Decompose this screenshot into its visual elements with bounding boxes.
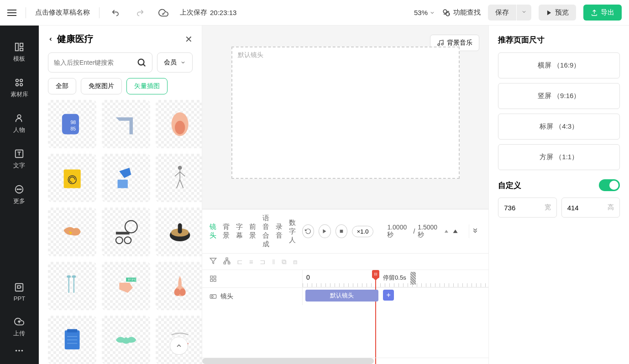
asset-item[interactable] [156,100,202,148]
sidebar-item-assets[interactable]: 素材库 [0,70,39,106]
zoom-in-icon[interactable] [452,229,459,234]
timeline-area: 镜头 背景 字幕 前景 语音合成 录音 数字人 ×1.0 1.0000 秒/1.… [202,209,488,364]
tl-stay-label: 停留0.5s [383,274,406,282]
save-dropdown[interactable] [517,5,531,21]
tl-scroll-thumb[interactable] [202,358,374,364]
svg-point-45 [67,275,71,278]
filter-tab-cutout[interactable]: 免抠图片 [81,78,122,94]
search-input-wrap[interactable] [48,52,152,73]
sidebar-item-label: 人物 [13,126,25,134]
filter-tab-all[interactable]: 全部 [48,78,76,94]
tl-ruler-zero: 0 [306,274,310,281]
rp-option-landscape[interactable]: 横屏 （16:9） [498,52,620,78]
sidebar-item-template[interactable]: 模板 [0,35,39,70]
asset-item[interactable] [102,316,150,364]
asset-search-row: 会员 [39,52,202,78]
svg-point-0 [443,10,447,13]
svg-point-74 [211,296,213,297]
save-button[interactable]: 保存 [488,5,516,21]
draft-name[interactable]: 点击修改草稿名称 [35,8,90,17]
svg-point-20 [138,59,144,65]
svg-marker-62 [210,258,216,264]
tl-scrollbar[interactable] [202,358,488,364]
zoom-out-icon[interactable] [444,229,449,234]
tl-tab-fg[interactable]: 前景 [249,223,256,240]
member-dropdown[interactable]: 会员 [157,52,193,73]
tl-collapse-button[interactable] [469,224,481,238]
tl-play-button[interactable] [319,224,330,238]
tl-stop-button[interactable] [335,224,347,238]
rp-option-portrait[interactable]: 竖屏 （9:16） [498,83,620,109]
zoom-dropdown[interactable]: 53% [414,9,435,16]
tl-add-clip-button[interactable]: + [383,290,394,301]
tl-ticks [303,283,488,287]
tl-track-content[interactable]: 默认镜头 + [303,288,488,305]
tl-tool-filter[interactable] [210,257,217,266]
tl-playhead[interactable] [376,270,383,287]
asset-item[interactable] [102,100,150,148]
asset-item[interactable] [156,154,202,202]
filter-tab-vector[interactable]: 矢量插图 [126,78,168,94]
tl-time: 1.0000 秒/1.5000 秒 [387,224,459,239]
asset-item[interactable]: 9885 [48,100,96,148]
svg-rect-42 [178,224,182,234]
tl-tab-digital[interactable]: 数字人 [289,218,296,244]
svg-point-38 [116,237,123,244]
asset-item[interactable] [156,262,202,310]
export-button[interactable]: 导出 [583,5,622,21]
cloud-sync-icon[interactable] [156,5,171,20]
sidebar-item-ppt[interactable]: PPT [0,275,39,309]
rp-width-label: 宽 [545,203,551,212]
tl-stay-block[interactable] [410,272,416,285]
tl-tab-tts[interactable]: 语音合成 [262,214,269,249]
menu-icon[interactable] [7,8,16,18]
preview-button[interactable]: 预览 [539,5,576,21]
search-input[interactable] [54,59,136,66]
rp-height-input-wrap[interactable]: 高 [561,198,620,218]
tl-tool-hierarchy[interactable] [223,257,231,266]
asset-item[interactable] [156,208,202,256]
tl-tab-bg[interactable]: 背景 [223,223,230,240]
canvas-frame[interactable]: 默认镜头 [231,47,460,179]
svg-rect-64 [224,262,225,264]
rp-option-square[interactable]: 方屏 （1:1） [498,144,620,170]
asset-item[interactable] [48,208,96,256]
asset-item[interactable] [48,154,96,202]
sidebar-item-upload[interactable]: 上传 [0,309,39,345]
asset-back[interactable]: 健康医疗 [48,33,94,45]
asset-item[interactable] [102,208,150,256]
undo-button[interactable] [109,5,123,20]
feature-search[interactable]: 功能查找 [442,8,481,17]
sidebar-item-overflow[interactable] [0,345,39,364]
svg-rect-29 [118,180,128,188]
tl-tab-record[interactable]: 录音 [276,223,283,240]
rp-height-input[interactable] [567,204,595,212]
svg-rect-5 [20,48,23,51]
close-icon[interactable]: ✕ [185,34,193,45]
asset-item[interactable]: 37.5°C [102,262,150,310]
scroll-top-button[interactable] [170,337,188,355]
rp-title: 推荐页面尺寸 [498,35,620,45]
tl-tab-shot[interactable]: 镜头 [210,223,216,240]
rp-width-input[interactable] [504,204,531,212]
svg-point-26 [175,121,185,135]
sidebar-item-person[interactable]: 人物 [0,106,39,141]
sidebar-item-text[interactable]: 文字 [0,141,39,177]
tl-rewind-button[interactable] [302,224,314,238]
redo-button[interactable] [132,5,147,20]
svg-point-39 [124,237,131,244]
search-icon[interactable] [136,57,147,68]
tl-track-label[interactable]: 镜头 [202,288,303,305]
rp-width-input-wrap[interactable]: 宽 [498,198,556,218]
tl-ruler[interactable]: 0 停留0.5s [303,270,488,287]
rp-custom-toggle[interactable] [599,179,620,191]
tl-tab-subtitle[interactable]: 字幕 [236,223,243,240]
asset-item[interactable] [102,154,150,202]
sidebar-item-more[interactable]: 更多 [0,177,39,213]
tl-speed[interactable]: ×1.0 [352,226,374,237]
asset-item[interactable] [48,262,96,310]
asset-item[interactable] [48,316,96,364]
tl-clip[interactable]: 默认镜头 [305,290,378,302]
rp-option-standard[interactable]: 标屏 （4:3） [498,114,620,140]
tl-ruler-left[interactable] [202,270,303,287]
